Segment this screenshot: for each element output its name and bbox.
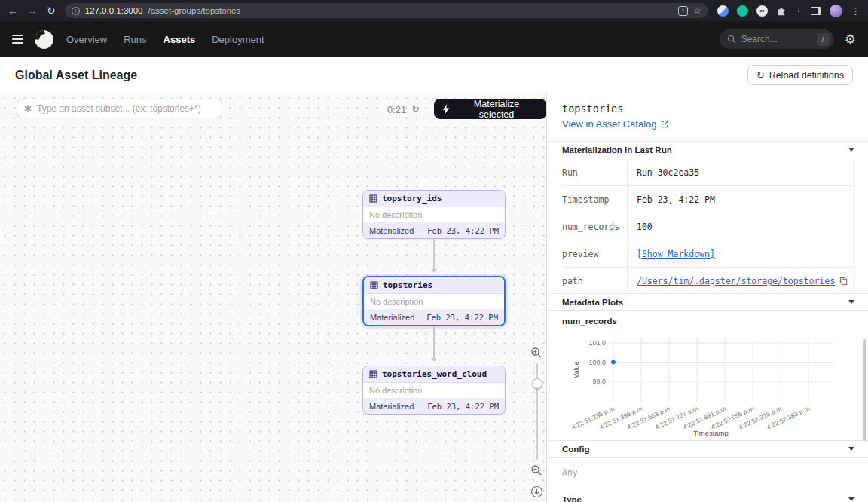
svg-text:Value: Value [573, 361, 580, 378]
back-icon[interactable]: ← [8, 5, 18, 16]
metadata-key: Timestamp [562, 194, 627, 205]
section-type[interactable]: Type [547, 491, 868, 502]
lineage-graph-canvas[interactable]: 0:21 ↻ Materialize selected topstory_ids… [0, 93, 547, 502]
asset-materialized-time: Feb 23, 4:22 PM [427, 226, 499, 235]
url-bar[interactable]: i 127.0.0.1:3000/asset-groups/topstories… [65, 3, 708, 18]
config-value: Any [562, 467, 578, 478]
forward-icon[interactable]: → [27, 5, 38, 16]
extension-icon-3[interactable]: ∞ [756, 5, 768, 17]
asset-name: topstory_ids [382, 194, 442, 204]
show-markdown-link[interactable]: [Show Markdown] [637, 249, 715, 259]
zoom-in-button[interactable] [530, 347, 542, 362]
materialize-bolt-icon [442, 104, 450, 115]
chevron-down-icon [848, 148, 854, 152]
asset-status-row: Materialized Feb 23, 4:22 PM [363, 223, 505, 238]
browser-extensions-cluster: ∞ ↓ ⋮ [717, 5, 860, 17]
materialize-selected-button[interactable]: Materialize selected [434, 99, 546, 119]
section-label: Materialization in Last Run [562, 145, 672, 155]
refresh-icon: ↻ [756, 69, 765, 81]
asset-subset-input[interactable] [37, 103, 215, 114]
search-input[interactable] [741, 34, 811, 44]
nav-item-runs[interactable]: Runs [124, 34, 146, 45]
section-config[interactable]: Config [547, 440, 868, 458]
app-header: Overview Runs Assets Deployment / ⚙ [0, 21, 868, 57]
metadata-plot: 101.0100.099.04:22:51.235 p.m.4:22:51.39… [556, 327, 860, 440]
asset-subset-filter[interactable] [17, 99, 222, 118]
global-search[interactable]: / [720, 29, 834, 49]
asset-description: No description [363, 383, 505, 399]
asset-name: topstories [383, 280, 432, 290]
path-link[interactable]: /Users/tim/.dagster/storage/topstories [637, 276, 835, 286]
asset-node-header: topstories_word_cloud [363, 366, 505, 383]
download-icon[interactable]: ↓ [795, 7, 802, 14]
asset-table-icon [370, 281, 378, 289]
bookmark-star-icon[interactable]: ☆ [693, 5, 701, 16]
asset-node-header: topstories [364, 277, 504, 294]
dagster-logo[interactable] [34, 29, 54, 50]
refresh-timer: 0:21 [387, 104, 406, 115]
nav-item-deployment[interactable]: Deployment [212, 34, 264, 45]
asset-node-header: topstory_ids [363, 191, 505, 207]
nav-item-overview[interactable]: Overview [66, 34, 107, 45]
extension-icon-1[interactable] [717, 5, 729, 17]
app-nav: Overview Runs Assets Deployment [66, 34, 264, 45]
chevron-down-icon [848, 300, 854, 304]
sidebar-toggle-icon[interactable] [811, 7, 821, 15]
metadata-value-num-records: 100 [627, 213, 853, 240]
metadata-row-preview: preview [Show Markdown] [562, 240, 853, 268]
asset-name: topstories_word_cloud [382, 369, 487, 379]
profile-avatar[interactable] [830, 5, 842, 17]
browser-toolbar: ← → ↻ i 127.0.0.1:3000/asset-groups/tops… [0, 0, 868, 21]
asset-details-panel: topstories View in Asset Catalog Materia… [547, 93, 868, 502]
settings-gear-icon[interactable]: ⚙ [845, 33, 856, 46]
nav-item-assets[interactable]: Assets [164, 34, 196, 45]
metadata-key: preview [562, 249, 627, 259]
recenter-button[interactable] [530, 485, 543, 501]
copy-icon[interactable] [839, 277, 848, 286]
graph-refresh-icon[interactable]: ↻ [411, 103, 420, 115]
url-host: 127.0.0.1:3000 [85, 6, 143, 15]
search-icon [727, 35, 736, 44]
asset-filter-icon [23, 104, 32, 113]
metadata-key: num_records [562, 222, 627, 232]
section-materialization-last-run[interactable]: Materialization in Last Run [547, 141, 868, 158]
lineage-edge [433, 326, 435, 361]
chevron-down-icon [848, 497, 854, 501]
zoom-slider-handle[interactable] [532, 378, 542, 389]
extensions-puzzle-icon[interactable] [776, 5, 787, 16]
search-shortcut-chip: / [817, 33, 830, 46]
catalog-link-label: View in Asset Catalog [562, 118, 657, 130]
extension-icon-2[interactable] [737, 5, 748, 17]
metadata-value-run[interactable]: Run 30c2ea35 [627, 159, 853, 185]
zoom-out-button[interactable] [530, 464, 542, 479]
asset-status: Materialized [369, 402, 414, 411]
reload-icon[interactable]: ↻ [47, 5, 56, 16]
panel-scrollbar-thumb[interactable] [863, 339, 866, 441]
asset-description: No description [363, 207, 505, 223]
view-in-asset-catalog-link[interactable]: View in Asset Catalog [562, 118, 669, 130]
metadata-key: path [562, 276, 627, 286]
materialize-selected-label: Materialize selected [455, 99, 538, 120]
asset-node-topstories[interactable]: topstories No description Materialized F… [362, 276, 506, 326]
reload-definitions-button[interactable]: ↻ Reload definitions [747, 65, 853, 85]
asset-status: Materialized [369, 226, 414, 235]
asset-materialized-time: Feb 23, 4:22 PM [427, 402, 499, 411]
metadata-table: Run Run 30c2ea35 Timestamp Feb 23, 4:22 … [562, 159, 854, 295]
asset-node-topstories-word-cloud[interactable]: topstories_word_cloud No description Mat… [362, 366, 506, 415]
section-metadata-plots[interactable]: Metadata Plots [547, 293, 868, 311]
metadata-row-timestamp: Timestamp Feb 23, 4:22 PM [562, 186, 853, 213]
share-icon[interactable]: ↑ [678, 6, 688, 16]
url-path: /asset-groups/topstories [148, 6, 240, 15]
asset-detail-title: topstories [562, 103, 623, 115]
browser-menu-icon[interactable]: ⋮ [851, 5, 860, 17]
metadata-row-path: path /Users/tim/.dagster/storage/topstor… [562, 268, 853, 295]
metadata-row-num-records: num_records 100 [562, 213, 853, 240]
section-label: Type [562, 495, 582, 502]
asset-status: Materialized [370, 313, 414, 322]
lineage-edge [433, 239, 435, 272]
svg-text:Timestamp: Timestamp [693, 429, 729, 437]
asset-node-topstory-ids[interactable]: topstory_ids No description Materialized… [362, 190, 506, 239]
hamburger-menu-icon[interactable] [12, 35, 23, 44]
site-info-icon[interactable]: i [72, 7, 80, 15]
metadata-value-timestamp: Feb 23, 4:22 PM [627, 186, 853, 213]
